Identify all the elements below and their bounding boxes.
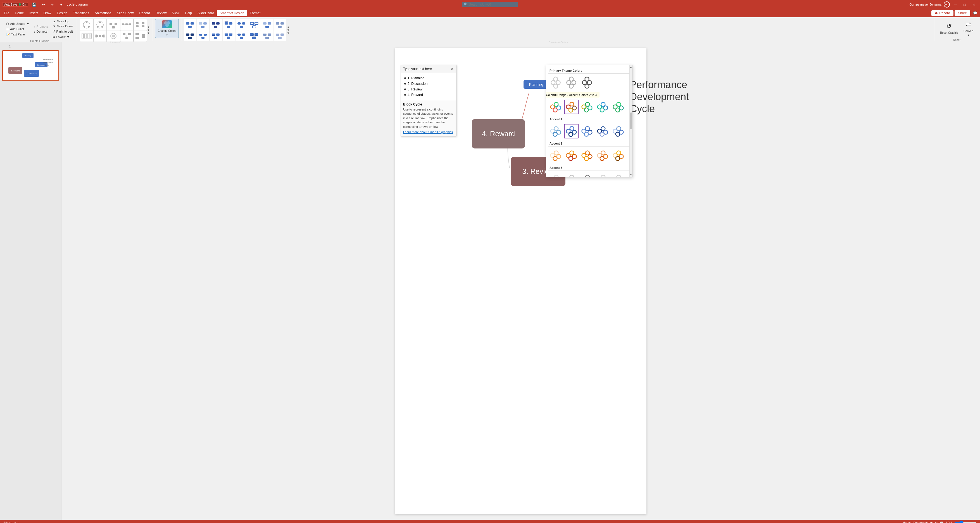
convert-button[interactable]: ⇌ Convert ▼	[961, 19, 975, 38]
add-bullet-button[interactable]: ☰ Add Bullet	[5, 27, 31, 32]
text-pane-item-2[interactable]: 2. Discussion	[403, 81, 454, 87]
color-swatch-a3-5[interactable]	[611, 173, 625, 177]
color-swatch-a1-5[interactable]	[611, 124, 625, 138]
style-thumb-6[interactable]	[248, 19, 261, 30]
style-thumb-8[interactable]	[274, 19, 286, 30]
style-thumb-9[interactable]	[184, 30, 196, 41]
style-thumb-11[interactable]	[210, 30, 222, 41]
color-swatch-a2-2[interactable]	[564, 148, 579, 163]
change-colors-button[interactable]: Change Colors ▼	[155, 19, 179, 38]
menu-slidelizard[interactable]: SlideLizard	[195, 10, 217, 16]
smartart-styles-scroll-down[interactable]: ▼	[287, 29, 290, 32]
customize-button[interactable]: ▼	[57, 2, 65, 7]
reward-box[interactable]: 4. Reward	[472, 119, 525, 149]
layout-thumb-7[interactable]	[93, 30, 107, 42]
text-pane-close-button[interactable]: ✕	[450, 67, 454, 71]
view-reading-icon[interactable]: 📖	[940, 521, 944, 523]
layout-thumb-6[interactable]	[80, 30, 93, 42]
comments-button[interactable]: 💬	[971, 11, 979, 16]
menu-view[interactable]: View	[169, 10, 182, 16]
save-button[interactable]: 💾	[30, 2, 38, 7]
dropdown-scrollbar[interactable]: ▲ ▼	[629, 65, 632, 177]
dropdown-scroll-down-btn[interactable]: ▼	[629, 173, 633, 177]
color-swatch-a1-3[interactable]	[580, 124, 594, 138]
color-swatch-c3[interactable]	[580, 100, 594, 114]
minimize-button[interactable]: ─	[952, 2, 959, 7]
undo-button[interactable]: ↩	[40, 2, 47, 7]
record-button[interactable]: ⏺ Record	[931, 10, 953, 16]
color-swatch-a2-1[interactable]	[548, 148, 563, 163]
layouts-expand[interactable]: ▼	[147, 32, 150, 35]
color-swatch-a3-2[interactable]	[564, 173, 579, 177]
layout-thumb-10[interactable]	[134, 30, 147, 42]
color-swatch-c4[interactable]	[595, 100, 610, 114]
text-pane-item-1[interactable]: 1. Planning	[403, 75, 454, 81]
menu-animations[interactable]: Animations	[92, 10, 114, 16]
move-up-button[interactable]: ▲ Move Up	[51, 19, 75, 24]
color-swatch-a1-2[interactable]	[564, 124, 579, 138]
style-thumb-1[interactable]	[184, 19, 196, 30]
close-button[interactable]: ✕	[970, 2, 978, 7]
notes-button[interactable]: Notes	[903, 521, 911, 523]
color-swatch-pt3[interactable]	[580, 75, 594, 90]
menu-review[interactable]: Review	[153, 10, 169, 16]
smartart-styles-scroll-up[interactable]: ▲	[287, 25, 290, 29]
style-thumb-2[interactable]	[197, 19, 209, 30]
smartart-styles-expand[interactable]: ▼	[287, 32, 290, 35]
style-thumb-10[interactable]	[197, 30, 209, 41]
slide-thumbnail-1[interactable]: Planning Discussion 4. Reward 1. Discuss…	[2, 50, 59, 81]
demote-button[interactable]: ↓ Demote	[32, 29, 50, 34]
color-swatch-pt1[interactable]	[548, 75, 563, 90]
add-shape-button[interactable]: ⬡ Add Shape ▼	[5, 22, 31, 26]
style-thumb-3[interactable]	[210, 19, 222, 30]
color-swatch-a2-4[interactable]	[595, 148, 610, 163]
menu-home[interactable]: Home	[12, 10, 27, 16]
color-swatch-c1[interactable]	[548, 100, 563, 114]
layout-thumb-3[interactable]	[107, 19, 120, 31]
layout-thumb-5[interactable]	[134, 19, 147, 31]
color-swatch-a2-5[interactable]	[611, 148, 625, 163]
layout-thumb-4[interactable]	[120, 19, 134, 31]
menu-transitions[interactable]: Transitions	[70, 10, 92, 16]
layouts-scroll-down[interactable]: ▼	[147, 29, 150, 32]
menu-smartart-design[interactable]: SmartArt Design	[217, 10, 247, 16]
layouts-scroll-up[interactable]: ▲	[147, 25, 150, 29]
color-swatch-a1-1[interactable]	[548, 124, 563, 138]
search-input[interactable]	[462, 2, 518, 7]
style-thumb-4[interactable]	[223, 19, 235, 30]
menu-help[interactable]: Help	[182, 10, 195, 16]
style-thumb-16[interactable]	[274, 30, 286, 41]
promote-button[interactable]: ↑ Promote	[32, 24, 50, 29]
autosave-badge[interactable]: AutoSave On	[2, 2, 28, 7]
menu-file[interactable]: File	[1, 10, 12, 16]
menu-insert[interactable]: Insert	[27, 10, 40, 16]
share-button[interactable]: Share	[955, 10, 970, 16]
style-thumb-13[interactable]	[235, 30, 248, 41]
layout-thumb-2[interactable]	[93, 19, 107, 31]
view-normal-icon[interactable]: ▣	[930, 521, 933, 523]
layout-thumb-8[interactable]	[107, 30, 120, 42]
layout-button[interactable]: ⊞ Layout ▼	[51, 34, 75, 39]
color-swatch-a2-3[interactable]	[580, 148, 594, 163]
color-swatch-c5[interactable]	[611, 100, 625, 114]
style-thumb-14[interactable]	[248, 30, 261, 41]
text-pane-item-4[interactable]: 4. Reward	[403, 92, 454, 98]
menu-draw[interactable]: Draw	[40, 10, 54, 16]
style-thumb-15[interactable]	[261, 30, 274, 41]
menu-format[interactable]: Format	[247, 10, 263, 16]
color-swatch-pt2[interactable]	[564, 75, 579, 90]
layout-thumb-1[interactable]	[80, 19, 93, 31]
layout-thumb-9[interactable]	[120, 30, 134, 42]
text-pane-item-3[interactable]: 3. Review	[403, 87, 454, 92]
restore-button[interactable]: □	[961, 2, 968, 7]
planning-box[interactable]: Planning	[523, 80, 549, 89]
text-pane-button[interactable]: 📝 Text Pane	[5, 32, 31, 37]
right-to-left-button[interactable]: ⇄ Right to Left	[51, 29, 75, 34]
move-down-button[interactable]: ▼ Move Down	[51, 24, 75, 29]
redo-button[interactable]: ↪	[49, 2, 55, 7]
menu-slideshow[interactable]: Slide Show	[114, 10, 136, 16]
color-swatch-a3-4[interactable]	[595, 173, 610, 177]
reset-graphic-button[interactable]: ↺ Reset Graphic	[938, 19, 960, 38]
comments-status-button[interactable]: Comments	[913, 521, 928, 523]
style-thumb-12[interactable]	[223, 30, 235, 41]
